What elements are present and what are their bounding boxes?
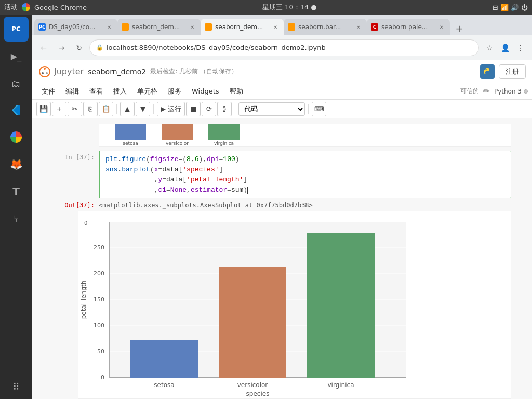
edit-trusted-icon[interactable]: ✏ xyxy=(483,86,490,96)
cell-type-select[interactable]: 代码 Markdown Raw NBConvert xyxy=(238,102,305,116)
code-line-2: sns.barplot(x=data['species'] xyxy=(105,165,506,175)
svg-point-3 xyxy=(42,72,44,74)
toolbar-separator-2 xyxy=(153,104,154,114)
tab-close-2[interactable]: ✕ xyxy=(188,23,196,31)
tab-seaborn-demo2[interactable]: seaborn_dem... ✕ xyxy=(201,19,284,35)
account-button[interactable]: 👤 xyxy=(498,41,512,55)
menu-kernel[interactable]: 服务 xyxy=(163,85,187,98)
move-down-btn[interactable]: ▼ xyxy=(136,102,150,116)
system-time: 星期三 10：14 ● xyxy=(262,3,317,11)
output-text: <matplotlib.axes._subplots.AxesSubplot a… xyxy=(99,201,313,209)
paste-btn[interactable]: 📋 xyxy=(99,102,113,116)
system-bar: 活动 Google Chrome 星期三 10：14 ● ⊟ 📶 🔊 ⏻ xyxy=(0,0,532,15)
code-input[interactable]: plt.figure(figsize=(8,6),dpi=100) sns.ba… xyxy=(99,151,511,198)
new-tab-button[interactable]: + xyxy=(452,21,467,35)
sys-icons: ⊟ 📶 🔊 ⏻ xyxy=(493,4,528,11)
svg-text:petal_length: petal_length xyxy=(80,281,87,320)
tab-close-4[interactable]: ✕ xyxy=(354,23,363,31)
chrome-window: PC DS_day05/co... ✕ seaborn_dem... ✕ sea… xyxy=(32,15,532,399)
tab-close-5[interactable]: ✕ xyxy=(437,23,446,31)
notebook-name[interactable]: seaborn_demo2 xyxy=(88,68,146,76)
activities-button[interactable]: 活动 xyxy=(4,3,18,12)
svg-text:50: 50 xyxy=(97,348,104,355)
address-bar: ← → ↻ 🔒 localhost:8890/notebooks/DS_day0… xyxy=(32,35,532,60)
menu-view[interactable]: 查看 xyxy=(84,85,108,98)
register-button[interactable]: 注册 xyxy=(499,64,526,79)
url-text: localhost:8890/notebooks/DS_day05/code/s… xyxy=(107,44,326,51)
lock-icon: 🔒 xyxy=(96,44,103,51)
partial-label xyxy=(53,124,95,147)
sidebar-item-firefox[interactable]: 🦊 xyxy=(4,152,29,177)
kernel-name: Python 3 xyxy=(494,88,522,95)
notebook-area[interactable]: setosa versicolor virginica 0 xyxy=(32,118,532,399)
bookmark-button[interactable]: ☆ xyxy=(482,41,497,55)
jupyter-label: Jupyter xyxy=(54,66,84,76)
menu-bar: 文件 编辑 查看 插入 单元格 服务 Widgets 帮助 可信的 ✏ Pyth… xyxy=(32,83,532,100)
tab-title-5: seaborn pale... xyxy=(381,23,434,31)
notebook-toolbar: 💾 + ✂ ⎘ 📋 ▲ ▼ ▶ 运行 ■ ⟳ ⟫ 代码 Markdown Raw… xyxy=(32,100,532,118)
jupyter-content: Jupyter seaborn_demo2 最后检查: 几秒前 （自动保存） 注… xyxy=(32,60,532,399)
menu-widgets[interactable]: Widgets xyxy=(187,85,224,97)
sidebar-item-vscode[interactable] xyxy=(4,98,29,123)
refresh-button[interactable]: ↻ xyxy=(72,41,86,55)
menu-cell[interactable]: 单元格 xyxy=(132,85,163,98)
svg-text:250: 250 xyxy=(94,244,104,251)
tab-close-3[interactable]: ✕ xyxy=(271,23,280,31)
barplot-chart: 0 50 100 150 200 250 petal_length xyxy=(78,211,421,398)
sidebar: PC ▶_ 🗂 🦊 T ⑂ ⠿ xyxy=(0,15,32,399)
menu-insert[interactable]: 插入 xyxy=(108,85,132,98)
move-up-btn[interactable]: ▲ xyxy=(120,102,135,116)
kernel-status-dot xyxy=(524,89,528,94)
keyboard-shortcut-btn[interactable]: ⌨ xyxy=(312,102,326,116)
cut-btn[interactable]: ✂ xyxy=(68,102,82,116)
svg-point-2 xyxy=(46,72,48,74)
sidebar-item-git[interactable]: ⑂ xyxy=(4,206,29,231)
output-row: Out[37]: <matplotlib.axes._subplots.Axes… xyxy=(53,201,511,209)
interrupt-btn[interactable]: ■ xyxy=(186,102,201,116)
back-button[interactable]: ← xyxy=(36,41,51,55)
sidebar-item-chrome[interactable] xyxy=(4,125,29,150)
tab-seaborn-bar[interactable]: seaborn.bar... ✕ xyxy=(284,19,367,35)
partial-chart: setosa versicolor virginica 0 xyxy=(99,124,511,147)
svg-text:150: 150 xyxy=(94,296,104,303)
sidebar-item-typora[interactable]: T xyxy=(4,179,29,204)
tab-seaborn-demo1[interactable]: seaborn_dem... ✕ xyxy=(117,19,201,35)
tab-title-2: seaborn_dem... xyxy=(132,23,185,31)
app-name-label: Google Chrome xyxy=(34,4,87,11)
restart-run-btn[interactable]: ⟫ xyxy=(217,102,232,116)
url-bar[interactable]: 🔒 localhost:8890/notebooks/DS_day05/code… xyxy=(89,39,479,56)
toolbar-separator-3 xyxy=(235,104,235,114)
menu-help[interactable]: 帮助 xyxy=(224,85,248,98)
copy-btn[interactable]: ⎘ xyxy=(83,102,98,116)
trusted-label: 可信的 xyxy=(460,87,479,96)
python-icon xyxy=(483,68,491,76)
forward-button[interactable]: → xyxy=(54,41,69,55)
svg-text:0: 0 xyxy=(101,374,104,381)
tab-close-1[interactable]: ✕ xyxy=(105,23,113,31)
sidebar-item-files[interactable]: 🗂 xyxy=(4,71,29,96)
code-line-1: plt.figure(figsize=(8,6),dpi=100) xyxy=(105,154,506,165)
svg-text:species: species xyxy=(246,390,270,397)
toolbar-separator-4 xyxy=(308,104,309,114)
tab-title-1: DS_day05/co... xyxy=(49,23,102,31)
tab-seaborn-palette[interactable]: C seaborn pale... ✕ xyxy=(367,19,450,35)
jupyter-header: Jupyter seaborn_demo2 最后检查: 几秒前 （自动保存） 注… xyxy=(32,60,532,83)
tab-ds-day05[interactable]: PC DS_day05/co... ✕ xyxy=(34,19,117,35)
tab-title-3: seaborn_dem... xyxy=(215,23,268,31)
sidebar-item-terminal[interactable]: ▶_ xyxy=(4,44,29,69)
sidebar-item-pycharm[interactable]: PC xyxy=(4,17,29,42)
jupyter-icon xyxy=(38,65,51,78)
svg-text:versicolor: versicolor xyxy=(237,381,268,389)
save-btn[interactable]: 💾 xyxy=(36,102,51,116)
tab-bar: PC DS_day05/co... ✕ seaborn_dem... ✕ sea… xyxy=(32,15,532,35)
svg-text:virginica: virginica xyxy=(328,381,354,389)
svg-rect-23 xyxy=(307,233,375,378)
cell-out-label: Out[37]: xyxy=(53,201,95,209)
menu-button[interactable]: ⋮ xyxy=(513,41,528,55)
restart-btn[interactable]: ⟳ xyxy=(202,102,216,116)
menu-edit[interactable]: 编辑 xyxy=(60,85,84,98)
run-btn[interactable]: ▶ 运行 xyxy=(157,102,185,116)
sidebar-item-apps[interactable]: ⠿ xyxy=(4,374,29,399)
add-cell-btn[interactable]: + xyxy=(52,102,66,116)
menu-file[interactable]: 文件 xyxy=(36,85,60,98)
